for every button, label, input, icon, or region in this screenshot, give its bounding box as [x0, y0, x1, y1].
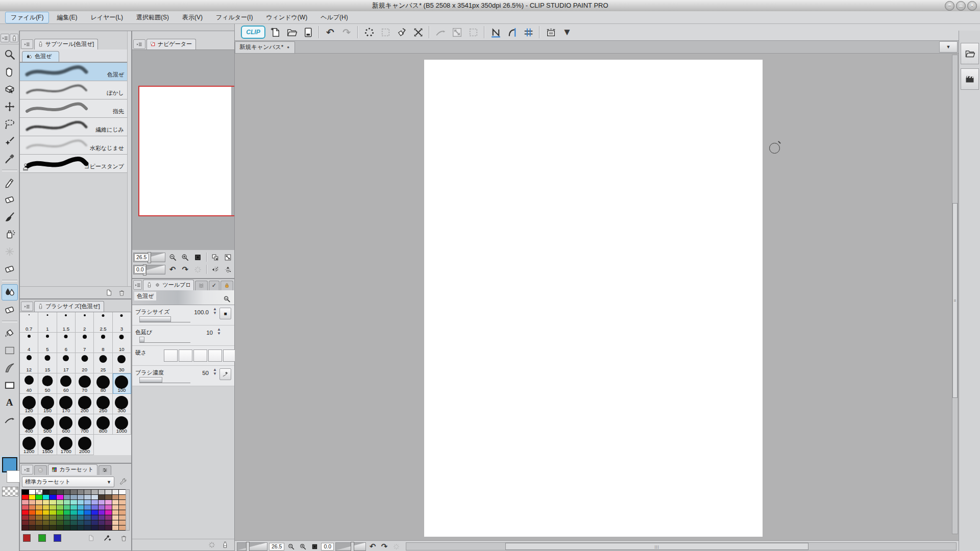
subtool-item-繊維にじみ[interactable]: 繊維にじみ — [20, 118, 131, 136]
subtool-item-コピースタンプ[interactable]: コピースタンプ — [20, 155, 131, 173]
brush-size-1.5[interactable]: 1.5 — [57, 312, 76, 333]
horizontal-scrollbar[interactable]: ||| — [406, 542, 957, 550]
palette-swatch-6-5[interactable] — [57, 520, 63, 525]
palette-swatch-4-14[interactable] — [119, 510, 126, 515]
palette-swatch-1-6[interactable] — [64, 495, 70, 499]
palette-swatch-7-6[interactable] — [64, 525, 70, 530]
status-fit-button[interactable] — [309, 542, 320, 551]
frame-border-tool[interactable] — [2, 377, 18, 393]
brush-size-500[interactable]: 500 — [38, 414, 57, 435]
vertical-scrollbar[interactable]: ≡ — [952, 55, 958, 534]
sub-color-swatch[interactable] — [7, 470, 20, 483]
subtool-item-水彩なじませ[interactable]: 水彩なじませ — [20, 136, 131, 155]
pencil-tool[interactable] — [2, 191, 18, 208]
palette-swatch-7-12[interactable] — [105, 525, 112, 530]
brush-tool[interactable] — [2, 209, 18, 225]
recent-color-0[interactable] — [23, 534, 31, 542]
zoom-out-button[interactable] — [167, 252, 178, 262]
palette-swatch-7-10[interactable] — [91, 525, 98, 530]
zoom-in-button[interactable] — [180, 252, 191, 262]
pressure-button[interactable] — [219, 368, 231, 380]
palette-swatch-6-4[interactable] — [50, 520, 56, 525]
tab-color-circle[interactable] — [34, 465, 47, 475]
palette-swatch-5-11[interactable] — [99, 515, 105, 520]
status-zoom-out-button[interactable] — [286, 542, 296, 551]
recent-color-2[interactable] — [54, 534, 61, 542]
palette-swatch-3-5[interactable] — [57, 505, 63, 510]
gradient-tool[interactable] — [2, 342, 18, 359]
brush-size-7[interactable]: 7 — [76, 333, 94, 353]
palette-swatch-5-9[interactable] — [84, 515, 91, 520]
palette-swatch-1-1[interactable] — [29, 495, 36, 499]
subtool-item-色混ぜ[interactable]: 色混ぜ — [20, 63, 131, 81]
erase-button[interactable] — [361, 25, 377, 39]
eyedropper-tool[interactable] — [2, 151, 18, 167]
palette-swatch-0-13[interactable] — [112, 490, 119, 494]
palette-swatch-2-1[interactable] — [29, 500, 36, 505]
brush-size-3[interactable]: 3 — [113, 312, 131, 333]
line-correct-tool[interactable] — [2, 412, 18, 428]
status-zoom-value[interactable]: 26.5 — [269, 543, 284, 550]
brush-size-600[interactable]: 600 — [57, 414, 76, 435]
palette-swatch-0-14[interactable] — [119, 490, 126, 494]
status-rotation-slider[interactable] — [335, 542, 366, 551]
palette-swatch-2-6[interactable] — [64, 500, 70, 505]
palette-swatch-6-7[interactable] — [70, 520, 77, 525]
tab-subtool[interactable]: サブツール[色混ぜ] — [34, 39, 98, 49]
open-file-button[interactable] — [284, 25, 299, 39]
brush-size-300[interactable]: 300 — [113, 394, 131, 414]
tab-tool-property[interactable]: ツールプロパティ — [143, 280, 193, 290]
brush-size-80[interactable]: 80 — [94, 373, 112, 394]
palette-swatch-6-1[interactable] — [29, 520, 36, 525]
brush-size-20[interactable]: 20 — [76, 353, 94, 373]
horizontal-scrollbar-thumb[interactable]: ||| — [505, 543, 808, 550]
fill-button[interactable] — [394, 25, 409, 39]
palette-swatch-3-1[interactable] — [29, 505, 36, 510]
brush-size-4[interactable]: 4 — [20, 333, 38, 353]
subtool-item-指先[interactable]: 指先 — [20, 99, 131, 118]
property-slider[interactable] — [139, 337, 190, 343]
palette-swatch-3-14[interactable] — [119, 505, 126, 510]
palette-swatch-7-7[interactable] — [70, 525, 77, 530]
palette-swatch-7-1[interactable] — [29, 525, 36, 530]
palette-swatch-1-14[interactable] — [119, 495, 126, 499]
panel-menu-icon[interactable] — [133, 280, 142, 290]
new-subtool-icon[interactable] — [105, 288, 113, 297]
palette-swatch-5-7[interactable] — [70, 515, 77, 520]
brush-size-70[interactable]: 70 — [76, 373, 94, 394]
reset-all-icon[interactable] — [208, 541, 216, 549]
register-default-icon[interactable] — [221, 541, 229, 549]
minimize-button[interactable]: − — [945, 1, 954, 11]
palette-swatch-3-10[interactable] — [91, 505, 98, 510]
palette-swatch-0-5[interactable] — [57, 490, 63, 494]
eraser-tool[interactable] — [2, 261, 18, 277]
property-spinner[interactable]: ▲▼ — [213, 368, 217, 376]
palette-swatch-1-12[interactable] — [105, 495, 112, 499]
transparent-color-swatch[interactable] — [2, 487, 18, 496]
palette-swatch-3-0[interactable] — [22, 505, 29, 510]
recent-color-1[interactable] — [38, 534, 46, 542]
palette-swatch-4-13[interactable] — [112, 510, 119, 515]
palette-swatch-4-11[interactable] — [99, 510, 105, 515]
auto-select-tool[interactable] — [2, 133, 18, 149]
menu-item-ヘルプ(H)[interactable]: ヘルプ(H) — [315, 12, 354, 23]
search-settings-icon[interactable] — [223, 295, 231, 304]
palette-swatch-1-2[interactable] — [36, 495, 42, 499]
palette-swatch-3-9[interactable] — [84, 505, 91, 510]
palette-swatch-4-2[interactable] — [36, 510, 42, 515]
palette-swatch-2-12[interactable] — [105, 500, 112, 505]
palette-swatch-7-11[interactable] — [99, 525, 105, 530]
palette-swatch-7-0[interactable] — [22, 525, 29, 530]
palette-swatch-3-2[interactable] — [36, 505, 42, 510]
brush-size-400[interactable]: 400 — [20, 414, 38, 435]
palette-swatch-0-3[interactable] — [43, 490, 50, 494]
property-slider[interactable] — [139, 377, 190, 383]
tab-color-slider[interactable] — [99, 465, 111, 475]
palette-swatch-6-0[interactable] — [22, 520, 29, 525]
tab-brush-size[interactable]: ブラシサイズ[色混ぜ] — [34, 301, 104, 312]
brush-size-250[interactable]: 250 — [94, 394, 112, 414]
palette-swatch-2-10[interactable] — [91, 500, 98, 505]
palette-swatch-4-7[interactable] — [70, 510, 77, 515]
palette-swatch-0-9[interactable] — [84, 490, 91, 494]
brush-size-25[interactable]: 25 — [94, 353, 112, 373]
